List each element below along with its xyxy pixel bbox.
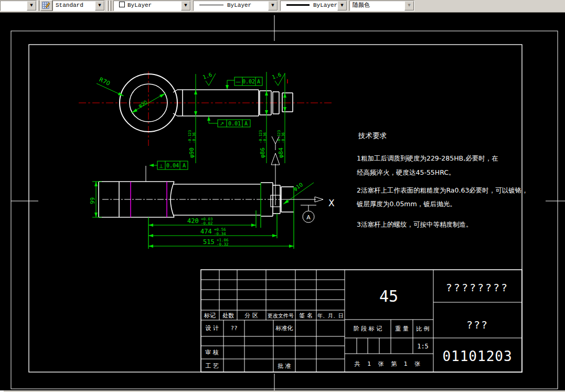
color-swatch	[119, 2, 125, 7]
svg-text:φ84: φ84	[278, 147, 284, 158]
svg-text:515: 515	[203, 238, 215, 246]
linetype-combo[interactable]: ByLayer ▼	[193, 1, 278, 11]
dim-99: 99	[89, 182, 102, 217]
svg-text:阶 段 标 记: 阶 段 标 记	[354, 325, 382, 332]
roughness-symbol-2: 1.6	[271, 71, 285, 86]
company-name: ???	[466, 319, 488, 331]
lineweight-sample	[286, 4, 310, 6]
svg-text:-0.32: -0.32	[217, 242, 229, 247]
layer-combo[interactable]: ▼	[0, 1, 37, 11]
chevron-down-icon[interactable]: ▼	[181, 1, 190, 10]
chevron-down-icon: ▼	[404, 1, 414, 10]
lineweight-combo[interactable]: ByLayer ▼	[280, 1, 347, 11]
toolbar-separator	[109, 1, 111, 11]
drawing-number: 01101203	[442, 348, 512, 364]
tech-line: 2活塞杆上工作表面的粗糙度为Ra0.63必要时，可以镀铬，	[357, 186, 528, 194]
chevron-down-icon[interactable]: ▼	[268, 1, 278, 10]
dim-d90: φ90 -0.123 -0.36	[188, 74, 197, 163]
fcf-perpendicularity: ⊥ 0.04 A	[146, 161, 188, 182]
tech-line: 经高频淬火，硬度达45-55HRC。	[357, 168, 455, 176]
datum-a-symbol: A	[301, 205, 316, 223]
svg-text:↗: ↗	[220, 121, 224, 126]
svg-text:审 核: 审 核	[205, 349, 219, 356]
dim-r70: R70	[97, 76, 124, 98]
svg-text:1.6: 1.6	[271, 71, 282, 80]
chevron-down-icon[interactable]: ▼	[95, 1, 104, 10]
tech-title: 技术要求	[358, 131, 387, 140]
style-grid-pencil-icon	[42, 1, 51, 10]
tech-line: 1粗加工后调质到硬度为229-285HB,必要时，在	[357, 154, 498, 162]
svg-text:⊥: ⊥	[159, 163, 164, 169]
plotstyle-combo[interactable]: 随颜色 ▼	[349, 1, 414, 11]
svg-text:A: A	[244, 121, 248, 126]
properties-toolbar: ▼ Standard ▼ ByLayer ▼ ByLayer ▼	[0, 0, 565, 13]
svg-text:签 名: 签 名	[299, 312, 313, 319]
svg-text:比 例: 比 例	[416, 325, 430, 332]
designer-value: ??	[230, 325, 237, 332]
svg-text:A: A	[306, 214, 311, 221]
tech-line: 镀层厚度为0.05mm，镀后抛光。	[356, 200, 456, 208]
svg-text:-0.36: -0.36	[281, 132, 285, 143]
svg-text:φ86: φ86	[259, 147, 266, 158]
svg-text:-0.123: -0.123	[259, 130, 263, 143]
toolbar-separator	[37, 1, 39, 11]
title-block-labels: 标记 处数 分 区 更改文件号 签 名 年、月、日 设 计 ?? 标准化 审 核…	[204, 281, 513, 369]
dim-d10: φ10	[282, 182, 314, 206]
svg-text:-0.123: -0.123	[188, 130, 192, 143]
lineweight-value: ByLayer	[313, 2, 337, 8]
dim-515: 515 +1.06 -0.32	[148, 238, 294, 248]
svg-text:-0.36: -0.36	[192, 132, 196, 143]
dim-420: 420 +0.03 -0.02	[148, 217, 256, 227]
svg-text:φ10: φ10	[292, 182, 304, 192]
svg-text:工 艺: 工 艺	[205, 363, 219, 369]
svg-text:0.04: 0.04	[166, 163, 179, 168]
linetype-value: ByLayer	[227, 2, 251, 8]
svg-text:-0.02: -0.02	[201, 221, 213, 226]
svg-text:处数: 处数	[222, 312, 234, 319]
centerlines	[79, 71, 332, 146]
top-view: R70 φ50 φ90 -0.123 -0.36	[79, 71, 332, 163]
svg-text:0.02: 0.02	[242, 79, 255, 84]
svg-text:R70: R70	[98, 76, 111, 87]
linetype-sample	[199, 5, 223, 5]
color-value: ByLayer	[127, 2, 152, 8]
svg-text:标记: 标记	[204, 312, 216, 319]
text-style-manager-button[interactable]	[40, 0, 52, 11]
dim-474: 474 +0.56 -0.34	[148, 227, 277, 237]
svg-text:A: A	[257, 79, 260, 84]
svg-text:474: 474	[200, 228, 212, 235]
svg-text:99: 99	[89, 197, 96, 204]
svg-text:A: A	[183, 163, 186, 168]
svg-text:-0.36: -0.36	[263, 132, 267, 143]
svg-text:φ50: φ50	[137, 99, 148, 108]
application-window: ▼ Standard ▼ ByLayer ▼ ByLayer ▼	[0, 0, 565, 392]
svg-text:更改文件号: 更改文件号	[268, 313, 294, 319]
sheet-count: 共 1 张 第 1 张	[354, 361, 423, 367]
svg-text:设 计: 设 计	[205, 325, 219, 332]
roughness-symbol-1: 1.6	[202, 71, 216, 86]
cad-drawing-canvas[interactable]: R70 φ50 φ90 -0.123 -0.36	[0, 12, 565, 391]
svg-text:标准化: 标准化	[275, 325, 293, 332]
toolbar-separator	[106, 1, 109, 11]
svg-text:φ90: φ90	[188, 147, 195, 158]
dim-d84: φ84 -0.123 -0.36	[277, 73, 286, 163]
material-value: 45	[379, 287, 398, 305]
scale-value: 1:5	[417, 343, 429, 350]
fcf-runout: ↗ 0.01 A	[207, 116, 250, 127]
text-style-combo[interactable]: Standard ▼	[52, 1, 105, 11]
fcf-straightness: — 0.02 A	[226, 77, 262, 90]
chevron-down-icon[interactable]: ▼	[337, 1, 347, 10]
bottom-view: 99 ⊥ 0.04 A φ10	[89, 161, 335, 249]
svg-text:420: 420	[187, 217, 199, 225]
chevron-down-icon[interactable]: ▼	[27, 1, 36, 10]
svg-text:X: X	[328, 198, 335, 208]
tech-line: 3活塞杆上的螺纹，可按中等精度制造。	[357, 220, 472, 228]
svg-text:—: —	[236, 79, 241, 84]
svg-text:1.6: 1.6	[202, 71, 213, 80]
svg-text:分 区: 分 区	[244, 312, 258, 319]
tech-requirements: 技术要求 1粗加工后调质到硬度为229-285HB,必要时，在 经高频淬火，硬度…	[356, 131, 528, 228]
title-block: 标记 处数 分 区 更改文件号 签 名 年、月、日 设 计 ?? 标准化 审 核…	[201, 270, 522, 372]
svg-text:0.01: 0.01	[228, 121, 241, 126]
svg-text:批 准: 批 准	[278, 363, 291, 369]
color-combo[interactable]: ByLayer ▼	[113, 1, 191, 11]
